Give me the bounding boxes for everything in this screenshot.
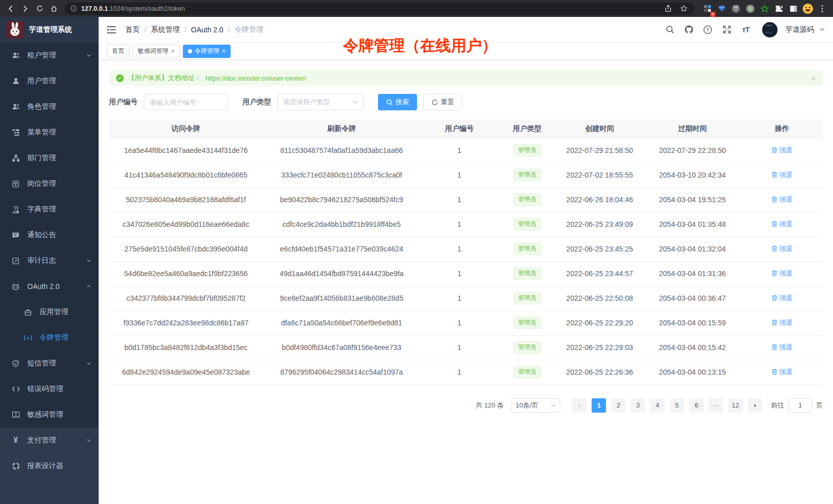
force-logout-button[interactable]: 强退	[771, 367, 792, 377]
sidebar-item-menu-mgmt[interactable]: 菜单管理	[0, 120, 99, 145]
extension-record-icon[interactable]	[745, 3, 756, 14]
page-button-1[interactable]: 1	[592, 398, 606, 413]
page-ellipsis-button[interactable]: ···	[709, 398, 723, 413]
next-page-button[interactable]: ›	[748, 398, 762, 413]
col-actions: 操作	[742, 120, 823, 138]
search-button[interactable]: 搜索	[378, 94, 417, 110]
page-button-3[interactable]: 3	[631, 398, 645, 413]
sidebar-item-notice[interactable]: 通知公告	[0, 222, 99, 248]
user-caret-icon[interactable]	[820, 28, 825, 31]
close-icon[interactable]: ×	[171, 48, 175, 54]
sidebar-item-oauth-token[interactable]: A 令牌管理	[0, 325, 99, 351]
browser-menu-icon[interactable]	[817, 3, 828, 14]
col-user-id: 用户编号	[420, 120, 499, 138]
sidebar-item-role[interactable]: 角色管理	[0, 94, 99, 120]
force-logout-button[interactable]: 强退	[771, 146, 792, 155]
browser-reload-icon[interactable]	[34, 3, 45, 14]
prev-page-button[interactable]: ‹	[572, 398, 586, 413]
status-badge: 管理员	[514, 267, 541, 280]
github-icon[interactable]	[683, 24, 694, 35]
user-name[interactable]: 芋道源码	[785, 25, 814, 34]
page-button-5[interactable]: 5	[670, 398, 684, 413]
user-type-select[interactable]: 请选择用户类型	[277, 94, 364, 110]
user-id-input[interactable]	[144, 94, 228, 110]
user-avatar[interactable]	[762, 22, 778, 37]
doc-link[interactable]: https://doc.iocoder.cn/user-center/	[205, 74, 306, 82]
code-icon	[11, 385, 20, 394]
sidebar-item-sensitive[interactable]: 敏感词管理	[0, 402, 99, 428]
breadcrumb-system[interactable]: 系统管理	[151, 25, 186, 34]
briefcase-icon	[24, 308, 32, 317]
help-icon[interactable]: ?	[702, 24, 713, 35]
extension-badge: 9	[710, 12, 715, 17]
page-button-2[interactable]: 2	[611, 398, 626, 413]
extension-palette-icon[interactable]: 9	[702, 3, 713, 14]
status-badge: 管理员	[514, 193, 541, 206]
sidebar-item-oauth-app[interactable]: 应用管理	[0, 299, 99, 325]
font-size-icon[interactable]: тT	[740, 24, 751, 35]
force-logout-button[interactable]: 强退	[771, 195, 792, 204]
force-logout-button[interactable]: 强退	[771, 269, 792, 278]
close-icon[interactable]: ×	[222, 48, 225, 54]
sidebar-item-sms[interactable]: 短信管理	[0, 351, 99, 376]
share-icon[interactable]	[662, 3, 674, 14]
page-size-select[interactable]: 10条/页	[511, 398, 560, 413]
extensions-puzzle-icon[interactable]	[773, 3, 785, 14]
page-button-4[interactable]: 4	[650, 398, 665, 413]
breadcrumb-oauth[interactable]: OAuth 2.0	[191, 26, 230, 34]
address-bar[interactable]: 127.0.0.1:1024/system/oauth2/token	[65, 3, 694, 15]
status-badge: 管理员	[514, 292, 541, 304]
sidebar-item-post[interactable]: 岗位管理	[0, 171, 99, 197]
sidebar-item-report-designer[interactable]: 报表设计器	[0, 453, 99, 479]
search-form: 用户编号 用户类型 请选择用户类型 搜索 重置	[109, 94, 823, 110]
sidebar-item-tenant[interactable]: 租户管理	[0, 43, 99, 68]
force-logout-button[interactable]: 强退	[771, 343, 792, 352]
fullscreen-icon[interactable]	[721, 24, 732, 35]
token-table: 访问令牌 刷新令牌 用户编号 用户类型 创建时间 过期时间 操作 1ea5e44…	[109, 120, 823, 385]
svg-text:A: A	[27, 336, 30, 340]
page-content: ✓ 【用户体系】文档地址： https://doc.iocoder.cn/use…	[99, 60, 833, 504]
profile-avatar-icon[interactable]	[802, 3, 813, 14]
sidebar-item-user[interactable]: 用户管理	[0, 68, 99, 94]
force-logout-button[interactable]: 强退	[771, 244, 792, 254]
alert-close-icon[interactable]: ×	[811, 74, 816, 82]
goto-page-input[interactable]	[788, 398, 812, 413]
sidebar-toggle-icon[interactable]	[788, 3, 799, 14]
browser-home-icon[interactable]	[48, 3, 60, 14]
extension-star-icon[interactable]	[759, 3, 770, 14]
tab-home[interactable]: 首页	[107, 45, 129, 58]
extension-gem-icon[interactable]	[716, 3, 727, 14]
force-logout-button[interactable]: 强退	[771, 220, 792, 229]
page-button-6[interactable]: 6	[689, 398, 704, 413]
tab-sensitive-words[interactable]: 敏感词管理 ×	[132, 45, 180, 58]
shield-check-icon	[11, 359, 20, 368]
status-badge: 管理员	[514, 366, 541, 378]
app-logo[interactable]: 芋道管理系统	[0, 17, 99, 43]
sidebar-item-pay[interactable]: ¥ 支付管理	[0, 428, 99, 453]
site-info-icon[interactable]	[70, 3, 77, 14]
sidebar-item-errcode[interactable]: 错误码管理	[0, 376, 99, 402]
force-logout-button[interactable]: 强退	[771, 170, 792, 180]
reset-button[interactable]: 重置	[423, 94, 462, 110]
sidebar-item-oauth[interactable]: OAuth 2.0	[0, 274, 99, 299]
sidebar-item-dept[interactable]: 部门管理	[0, 145, 99, 171]
tab-token-mgmt[interactable]: 令牌管理 ×	[183, 45, 231, 58]
chevron-down-icon	[551, 404, 556, 407]
sidebar-fold-icon[interactable]	[106, 24, 117, 35]
user-type-label: 用户类型	[242, 98, 271, 107]
extension-command-icon[interactable]	[730, 3, 742, 14]
browser-back-icon[interactable]	[5, 3, 16, 14]
pagination: 共 120 条 10条/页 ‹ 1 2 3 4 5 6 ··· 12 › 前往 …	[109, 398, 823, 413]
force-logout-button[interactable]: 强退	[771, 294, 792, 303]
browser-forward-icon[interactable]	[20, 3, 31, 14]
breadcrumb-home[interactable]: 首页	[125, 25, 146, 34]
table-row: 41c41346a548490f9dc8b01c6bfe0865333ecfc7…	[109, 163, 823, 187]
force-logout-button[interactable]: 强退	[771, 318, 792, 327]
search-icon[interactable]	[664, 24, 675, 35]
sidebar-item-dict[interactable]: 字典管理	[0, 197, 99, 222]
page-button-12[interactable]: 12	[728, 398, 743, 413]
sidebar-item-audit-log[interactable]: 审计日志	[0, 248, 99, 274]
col-refresh-token: 刷新令牌	[263, 120, 420, 138]
bookmark-star-icon[interactable]	[678, 3, 689, 14]
table-row: 275e5de9151045fe87cbdc395e004f4de6cfd40e…	[109, 237, 823, 261]
